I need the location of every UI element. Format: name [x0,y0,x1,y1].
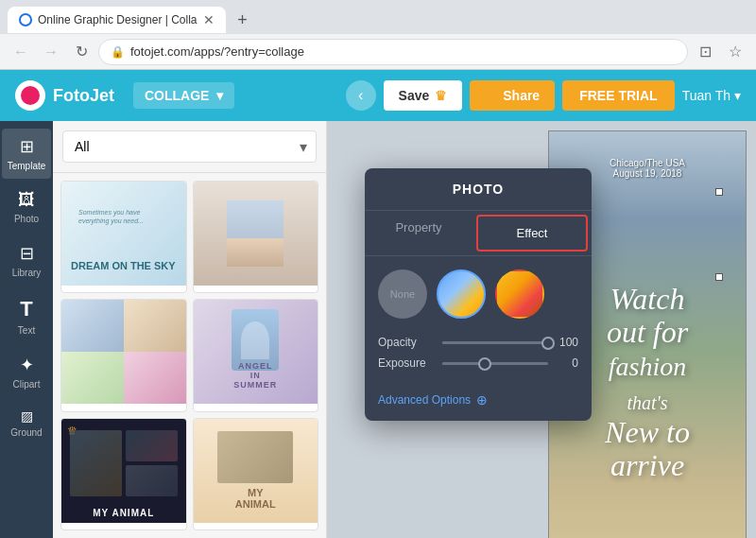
tab-favicon [19,13,32,26]
panel-filter: All 2 Photos 3 Photos 4 Photos ▾ [53,121,326,173]
app-main: ⊞ Template 🖼 Photo ⊟ Library T Text ✦ Cl… [0,121,756,538]
clipart-icon: ✦ [20,355,34,375]
property-tab[interactable]: Property [365,211,472,255]
address-text: fotojet.com/apps/?entry=collage [130,44,304,59]
corner-handle-br[interactable] [715,273,723,281]
photo-icon: 🖼 [18,190,35,210]
browser-tab[interactable]: Online Graphic Designer | Colla ✕ [8,7,226,33]
photo-dialog: PHOTO Property Effect None Opacity [365,168,592,421]
template-item-6[interactable]: MYANIMAL [193,418,319,530]
logo-area: FotoJet [15,80,114,111]
user-dropdown[interactable]: Tuan Th ▾ [682,88,741,103]
collage-dropdown[interactable]: COLLAGE ▾ [133,82,234,109]
app-header: FotoJet COLLAGE ▾ ‹ Save ♛ ♛ Share FREE … [0,70,756,121]
filter-wrapper: All 2 Photos 3 Photos 4 Photos ▾ [62,130,317,163]
photo-dialog-tabs: Property Effect [365,211,592,256]
tab-close-button[interactable]: ✕ [203,12,215,27]
library-icon: ⊟ [20,243,34,264]
new-tab-button[interactable]: + [230,7,256,33]
share-button[interactable]: ♛ Share [470,80,555,111]
sidebar-label-clipart: Clipart [13,379,41,390]
sidebar: ⊞ Template 🖼 Photo ⊟ Library T Text ✦ Cl… [0,121,53,538]
canvas-area[interactable]: PHOTO Property Effect None Opacity [327,121,756,538]
filter-select[interactable]: All 2 Photos 3 Photos 4 Photos [62,130,317,163]
exposure-row: Exposure 0 [378,356,578,370]
effect-warm[interactable] [495,269,544,319]
template-thumb-6: MYANIMAL [194,419,318,523]
template-item-1[interactable]: Sometimes you haveeverything you need...… [60,181,187,293]
template-thumb-5: ♛ MY ANIMAL [61,419,186,523]
user-label: Tuan Th [682,88,730,103]
lock-icon: 🔒 [111,45,125,59]
browser-toolbar: ← → ↻ 🔒 fotojet.com/apps/?entry=collage … [0,34,756,70]
cast-icon[interactable]: ⊡ [692,39,718,65]
header-nav: ‹ Save ♛ ♛ Share FREE TRIAL Tuan Th ▾ [346,80,741,111]
nav-back-button[interactable]: ‹ [346,80,376,111]
exposure-thumb[interactable] [478,357,491,371]
template-grid: Sometimes you haveeverything you need...… [53,173,326,538]
sidebar-item-ground[interactable]: ▨ Ground [2,401,51,445]
opacity-slider[interactable] [442,341,548,344]
template-thumb-4: ANGELINSUMMER [194,300,318,404]
share-label: Share [503,88,540,103]
corner-handle-tr[interactable] [715,188,723,196]
template-thumb-2 [194,182,318,286]
browser-toolbar-right: ⊡ ☆ [692,39,748,65]
sidebar-item-clipart[interactable]: ✦ Clipart [2,347,51,397]
photo-slider-section: Opacity 100 Exposure 0 [365,332,592,387]
logo-text: FotoJet [53,86,114,106]
share-crown-icon: ♛ [485,88,497,103]
ground-icon: ▨ [21,408,33,424]
reload-button[interactable]: ↻ [68,39,94,65]
logo-icon-inner [21,86,40,105]
text-icon: T [20,297,32,321]
sidebar-label-photo: Photo [14,214,39,224]
template-item-5[interactable]: ♛ MY ANIMAL [60,418,187,530]
save-button[interactable]: Save ♛ [384,80,463,111]
template-item-2[interactable] [193,181,319,293]
template-item-3[interactable] [60,299,187,411]
user-dropdown-icon: ▾ [734,88,741,103]
effect-none[interactable]: None [378,269,427,319]
template-thumb-3 [61,300,186,404]
advanced-options[interactable]: Advanced Options ⊕ [365,387,592,421]
free-trial-button[interactable]: FREE TRIAL [562,80,674,111]
opacity-label: Opacity [378,336,435,349]
exposure-slider[interactable] [442,362,548,365]
address-bar[interactable]: 🔒 fotojet.com/apps/?entry=collage [98,39,688,65]
sidebar-item-photo[interactable]: 🖼 Photo [2,182,51,232]
sidebar-label-template: Template [8,161,46,171]
sidebar-item-text[interactable]: T Text [2,289,51,343]
advanced-options-text: Advanced Options [378,393,471,407]
canvas-location: Chicago/The USA [549,158,746,168]
forward-button[interactable]: → [38,39,64,65]
sidebar-item-template[interactable]: ⊞ Template [2,129,51,179]
collage-label: COLLAGE [145,88,209,103]
template-icon: ⊞ [20,136,34,157]
app: FotoJet COLLAGE ▾ ‹ Save ♛ ♛ Share FREE … [0,70,756,538]
sidebar-label-library: Library [12,268,42,278]
photo-dialog-title: PHOTO [365,168,592,211]
opacity-value: 100 [556,336,578,349]
exposure-label: Exposure [378,356,435,370]
bookmark-icon[interactable]: ☆ [722,39,748,65]
sidebar-item-library[interactable]: ⊟ Library [2,235,51,286]
sidebar-label-text: Text [18,325,35,336]
dropdown-arrow-icon: ▾ [216,88,223,103]
back-button[interactable]: ← [8,39,34,65]
logo-icon [15,80,45,111]
browser-tab-bar: Online Graphic Designer | Colla ✕ + [0,0,756,34]
photo-effects-row: None [365,256,592,332]
browser-chrome: Online Graphic Designer | Colla ✕ + ← → … [0,0,756,70]
sidebar-label-ground: Ground [10,427,42,438]
advanced-options-chevron-icon: ⊕ [476,392,488,408]
save-label: Save [399,88,430,103]
opacity-row: Opacity 100 [378,336,578,349]
template-thumb-1: Sometimes you haveeverything you need...… [61,182,186,286]
save-crown-icon: ♛ [435,88,447,103]
template-item-4[interactable]: ANGELINSUMMER [193,299,319,411]
template-panel: All 2 Photos 3 Photos 4 Photos ▾ Sometim… [53,121,327,538]
effect-beach[interactable] [437,269,486,319]
opacity-thumb[interactable] [541,337,555,350]
effect-tab[interactable]: Effect [476,215,588,252]
